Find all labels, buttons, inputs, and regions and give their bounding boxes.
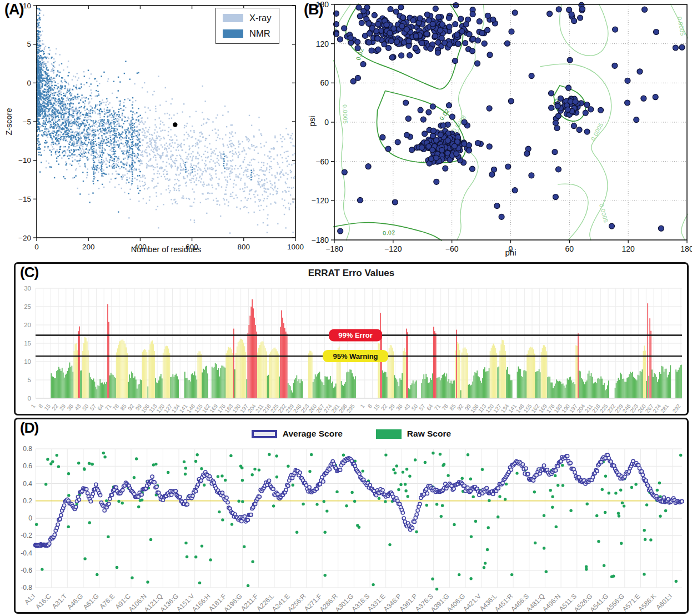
panel-d-chart: 0.80.60.40.20-0.2-0.4-0.6-0.8A1:IA16:CA3… [16,419,687,612]
svg-text:0: 0 [28,395,31,402]
svg-text:-0.4: -0.4 [21,549,32,557]
svg-text:-0.8: -0.8 [21,584,32,592]
legend-item-raw-score: Raw Score [376,429,451,439]
svg-text:−10: −10 [18,156,31,164]
panel-b-label: (B) [304,1,323,18]
svg-text:99% Error: 99% Error [338,331,372,339]
svg-text:120: 120 [316,39,329,48]
svg-text:−15: −15 [18,195,31,203]
svg-text:A586:K: A586:K [636,592,658,612]
svg-text:0.8: 0.8 [23,445,32,453]
raw-score-swatch [376,429,402,439]
svg-text:1: 1 [359,403,365,409]
svg-text:A31:T: A31:T [51,592,69,610]
svg-text:0.4: 0.4 [23,480,32,488]
svg-text:0.0005: 0.0005 [589,122,604,142]
svg-text:−120: −120 [311,196,329,205]
svg-text:A46:G: A46:G [66,592,84,611]
svg-text:0.02: 0.02 [383,229,395,237]
xray-label: X-ray [249,13,271,23]
svg-text:-0.2: -0.2 [21,532,32,539]
svg-text:281: 281 [659,403,670,414]
legend-item-xray: X-ray [223,13,271,23]
errat-bars [51,299,681,398]
panel-c-title: ERRAT Erro Values [16,268,687,279]
panel-a-label: (A) [4,1,23,18]
svg-text:1: 1 [29,403,36,409]
svg-text:A61:G: A61:G [82,592,101,611]
svg-text:30: 30 [24,285,31,292]
svg-text:15: 15 [24,340,31,347]
highlighted-model-point [173,122,177,127]
svg-text:0.2: 0.2 [23,497,32,505]
panel-d: (D) Average Score Raw Score 0.80.60.40.2… [14,418,689,614]
panel-a-legend: X-ray NMR [215,8,279,44]
average-score-label: Average Score [283,429,343,439]
panel-c-label: (C) [20,264,38,281]
svg-text:A76:E: A76:E [98,592,116,610]
panel-c-chart: 99% Error95% Warning05101520253018152229… [16,264,687,414]
legend-item-nmr: NMR [223,28,271,39]
panel-b: (B) 0.020.020.00080.00050.020.00050.0005… [303,0,692,261]
figure-root: (A) 02004006008001000−20−15−10−50510 Z-s… [0,0,692,616]
svg-text:0: 0 [28,514,32,522]
svg-text:−60: −60 [315,157,329,166]
legend-item-average-score: Average Score [252,429,343,439]
svg-text:95% Warning: 95% Warning [333,352,378,360]
raw-score-label: Raw Score [407,429,451,439]
svg-text:−180: −180 [311,236,329,244]
svg-text:60: 60 [320,78,329,87]
svg-text:A601:I: A601:I [654,592,673,611]
panel-b-chart: 0.020.020.00080.00050.020.00050.00050.00… [303,0,692,261]
nmr-swatch [223,29,243,38]
svg-text:5: 5 [28,377,31,383]
svg-text:25: 25 [24,303,31,310]
panel-d-legend: Average Score Raw Score [16,429,687,439]
svg-text:10: 10 [24,358,31,365]
svg-text:5: 5 [27,40,31,48]
panel-a: (A) 02004006008001000−20−15−10−50510 Z-s… [0,0,311,261]
svg-text:295: 295 [345,403,356,414]
svg-text:A196:G: A196:G [222,592,244,612]
panel-a-xlabel: Number of residues [37,245,295,254]
svg-text:20: 20 [24,322,31,328]
panel-c: (C) ERRAT Erro Values 99% Error95% Warni… [14,262,689,415]
xray-swatch [223,14,243,22]
panel-b-ylabel: psi [307,116,317,126]
residue-points [334,2,685,234]
panel-b-xlabel: phi [334,248,687,257]
svg-text:−20: −20 [18,234,31,242]
svg-text:−5: −5 [23,118,31,126]
svg-text:292: 292 [671,403,682,414]
svg-text:10: 10 [23,2,31,10]
svg-text:0: 0 [324,118,329,127]
average-score-swatch [252,430,277,438]
svg-text:0.0005: 0.0005 [598,203,610,223]
svg-text:A16:C: A16:C [34,592,53,611]
panel-a-ylabel: Z-score [4,108,13,135]
svg-text:-0.6: -0.6 [21,567,32,574]
svg-text:0.6: 0.6 [23,462,32,470]
svg-text:0.0005: 0.0005 [676,16,686,37]
svg-text:0: 0 [27,79,31,87]
panel-d-label: (D) [20,419,38,437]
svg-text:0.0005: 0.0005 [342,104,349,124]
nmr-label: NMR [249,28,270,39]
